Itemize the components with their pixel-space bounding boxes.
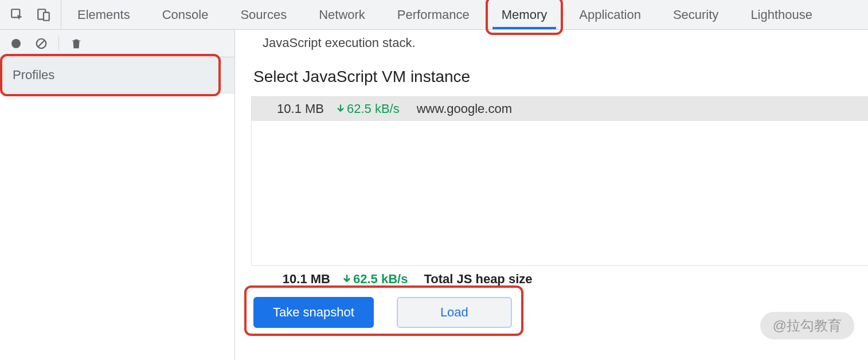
tab-application[interactable]: Application — [563, 0, 657, 29]
load-button[interactable]: Load — [397, 297, 512, 328]
tab-console[interactable]: Console — [146, 0, 225, 29]
body-area: Profiles JavaScript execution stack. Sel… — [0, 30, 868, 360]
total-size: 10.1 MB — [279, 272, 330, 287]
delete-icon[interactable] — [68, 36, 84, 52]
tab-elements[interactable]: Elements — [61, 0, 146, 29]
memory-main-panel: JavaScript execution stack. Select JavaS… — [235, 30, 868, 360]
vm-rate-value: 62.5 kB/s — [347, 101, 400, 116]
sidebar-toolbar — [0, 30, 234, 57]
tab-network[interactable]: Network — [303, 0, 381, 29]
total-rate: 62.5 kB/s — [342, 272, 408, 287]
tab-label: Console — [162, 7, 209, 22]
clear-icon[interactable] — [33, 36, 49, 52]
description-partial: JavaScript execution stack. — [235, 32, 868, 54]
vm-section-title: Select JavaScript VM instance — [251, 54, 868, 96]
sidebar-header-profiles[interactable]: Profiles — [0, 57, 234, 93]
tab-label: Lighthouse — [750, 7, 812, 22]
totals-label: Total JS heap size — [419, 272, 532, 287]
action-buttons: Take snapshot Load — [251, 289, 514, 328]
device-toolbar-icon[interactable] — [36, 7, 52, 23]
arrow-down-icon — [342, 274, 352, 284]
svg-rect-2 — [44, 12, 49, 20]
tab-sources[interactable]: Sources — [224, 0, 303, 29]
arrow-down-icon — [335, 104, 346, 114]
tab-label: Security — [673, 7, 718, 22]
tab-label: Elements — [77, 7, 130, 22]
main-inner: Select JavaScript VM instance 10.1 MB 62… — [235, 54, 868, 328]
tab-lighthouse[interactable]: Lighthouse — [734, 0, 828, 29]
total-rate-value: 62.5 kB/s — [353, 272, 408, 287]
tab-label: Sources — [240, 7, 287, 22]
inspect-element-icon[interactable] — [9, 7, 25, 23]
tab-label: Network — [319, 7, 365, 22]
vm-rate: 62.5 kB/s — [335, 101, 400, 116]
tab-label: Performance — [397, 7, 470, 22]
tab-label: Application — [579, 7, 641, 22]
watermark: @拉勾教育 — [760, 312, 854, 339]
vm-instance-list: 10.1 MB 62.5 kB/s www.google.com — [251, 96, 868, 266]
devtools-tabs: Elements Console Sources Network Perform… — [61, 0, 828, 29]
profiles-sidebar: Profiles — [0, 30, 235, 360]
vm-instance-row[interactable]: 10.1 MB 62.5 kB/s www.google.com — [252, 97, 868, 121]
sidebar-header-label: Profiles — [13, 68, 54, 82]
tab-label: Memory — [502, 7, 547, 22]
toolbar-separator — [58, 37, 59, 50]
svg-point-3 — [11, 39, 21, 48]
tab-security[interactable]: Security — [657, 0, 734, 29]
svg-line-5 — [38, 40, 45, 46]
devtools-tabbar: Elements Console Sources Network Perform… — [0, 0, 868, 30]
vm-size: 10.1 MB — [272, 101, 324, 116]
record-icon[interactable] — [8, 36, 24, 52]
tabbar-left-icons — [0, 0, 61, 29]
take-snapshot-button[interactable]: Take snapshot — [253, 297, 374, 328]
tab-performance[interactable]: Performance — [381, 0, 486, 29]
totals-row: 10.1 MB 62.5 kB/s Total JS heap size — [251, 266, 868, 289]
tab-memory[interactable]: Memory — [486, 0, 563, 29]
vm-host: www.google.com — [411, 101, 512, 116]
